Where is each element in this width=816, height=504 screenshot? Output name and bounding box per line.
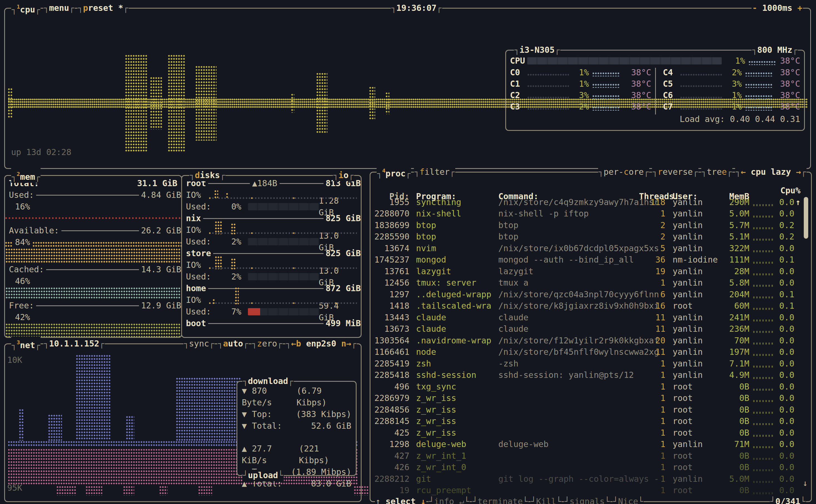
core-usage-graph: [527, 108, 569, 110]
disk-io-label: IO%: [186, 259, 209, 271]
proc-row[interactable]: 2288145z_wr_iss1root0B0.0: [374, 415, 807, 427]
proc-row[interactable]: 2288070nix-shellnix-shell -p iftop1yanli…: [374, 208, 807, 219]
core-usage-graph: [527, 85, 569, 87]
interval-decrease-button[interactable]: -: [752, 3, 757, 13]
scroll-down-icon[interactable]: ↓: [803, 477, 808, 489]
net-next-interface-button[interactable]: n→: [341, 339, 351, 348]
proc-user: yanlin: [665, 369, 724, 381]
proc-row[interactable]: 1955syncthing/nix/store/c4q9zmkzy9awy7h7…: [374, 196, 807, 208]
proc-mem: 0B: [724, 404, 749, 416]
core-usage-graph: [680, 108, 722, 110]
proc-threads: 11: [639, 312, 665, 323]
net-zero-button[interactable]: ┐zero┌: [252, 338, 283, 350]
disk-size: 825 GiB: [326, 248, 361, 259]
disk-used-bar: [248, 273, 319, 280]
proc-pid: 12456: [374, 277, 409, 289]
preset-button[interactable]: ┐preset *┌: [78, 2, 129, 14]
proc-mem: 28M: [724, 266, 749, 277]
proc-threads: 1: [639, 392, 665, 404]
disk-used-label: Used:: [186, 201, 225, 213]
proc-row[interactable]: 12456tmux: servertmux a1yanlin5.8M0.0: [374, 277, 807, 289]
proc-row[interactable]: 1745237mongodmongod --auth --bind_ip_all…: [374, 254, 807, 266]
disk-used-row: Used:2%13.0 GiB: [182, 236, 361, 248]
cpu-wave-spike: [316, 73, 327, 134]
proc-row[interactable]: 1838699btopbtop2yanlin5.7M0.2: [374, 219, 807, 231]
disk-used-label: Used:: [186, 271, 225, 283]
proc-row[interactable]: 1166461node/nix/store/bf45nflf0wylnscwwa…: [374, 346, 807, 358]
mem-entry-label: Used:: [9, 189, 34, 201]
core-row: C01%38°C: [510, 67, 651, 78]
disk-divider-row: boot499 MiB: [182, 318, 361, 329]
proc-cpu: 0.1: [774, 254, 807, 266]
proc-cpu-minigraph: [753, 366, 774, 368]
proc-row[interactable]: 13674nvim/nix/store/ix0b67dcdpl05xpagx5x…: [374, 243, 807, 254]
tree-toggle[interactable]: ┐tree┌: [701, 166, 732, 178]
proc-cpu-minigraph: [753, 389, 774, 391]
proc-command: claude: [492, 323, 639, 335]
info-button[interactable]: ┘info ↵└: [429, 496, 470, 504]
net-upload-cluster: [123, 486, 134, 496]
proc-threads: 1: [639, 404, 665, 416]
disk-io-graph: [209, 259, 357, 271]
proc-row[interactable]: 2285419zsh-zsh1yanlin7.1M0.0: [374, 358, 807, 370]
proc-row[interactable]: 427z_wr_int_11root0B0.0: [374, 450, 807, 462]
proc-row[interactable]: 2286979z_wr_iss1root0B0.0: [374, 392, 807, 404]
interval-increase-button[interactable]: +: [797, 3, 802, 13]
proc-mem: 111M: [724, 254, 749, 266]
proc-pid: 427: [374, 450, 409, 462]
disk-used-percent: 2%: [225, 236, 241, 248]
core-temp: 38°C: [620, 89, 651, 101]
net-auto-button[interactable]: ┐auto┌: [217, 338, 248, 350]
proc-threads: 1: [639, 369, 665, 381]
menu-button[interactable]: ┐menu┌: [43, 2, 74, 14]
proc-program: z_wr_iss: [409, 415, 492, 427]
proc-threads: 20: [639, 335, 665, 346]
mem-entry-percent-row: 84%: [5, 236, 181, 248]
net-download-spike: [76, 355, 111, 441]
mem-entry-percent: 42%: [13, 312, 32, 322]
core-temp-graph: [592, 72, 620, 76]
proc-user: yanlin: [665, 358, 724, 370]
proc-row[interactable]: 1418.tailscaled-wra/nix/store/k8jgiaxrz8…: [374, 300, 807, 312]
proc-row[interactable]: 2285418sshd-sessionsshd-session: yanlin@…: [374, 369, 807, 381]
proc-row[interactable]: 1298deluge-webdeluge-web1yanlin71M0.0: [374, 438, 807, 450]
io-mode-button[interactable]: ┐io┌: [333, 169, 354, 181]
proc-threads: 11: [639, 346, 665, 358]
reverse-toggle[interactable]: ┐reverse┌: [652, 166, 698, 178]
proc-scrollbar-thumb[interactable]: [804, 197, 808, 239]
proc-user: root: [665, 381, 724, 393]
proc-row[interactable]: 425z_wr_iss1root0B0.0: [374, 427, 807, 439]
proc-pid: 2288070: [374, 208, 409, 219]
proc-pid: 2284856: [374, 404, 409, 416]
proc-row[interactable]: 426z_wr_int_01root0B0.0: [374, 461, 807, 473]
kill-button[interactable]: ┘Kill└: [531, 496, 562, 504]
proc-row[interactable]: 496txg_sync1root0B0.0: [374, 381, 807, 393]
signals-button[interactable]: ┘signals└: [564, 496, 610, 504]
proc-row[interactable]: 13673claudeclaude11yanlin236M0.0: [374, 323, 807, 335]
nice-button[interactable]: ┘Nice└: [613, 496, 644, 504]
proc-cpu-minigraph: [753, 458, 774, 460]
select-up-icon[interactable]: ↑: [375, 496, 380, 504]
proc-program: sshd-session: [409, 369, 492, 381]
proc-row[interactable]: 13443claudeclaude11yanlin241M0.0: [374, 312, 807, 323]
cpu-wave-spike: [385, 92, 389, 114]
proc-row[interactable]: 19rcu_preempt1root0B0.0: [374, 485, 807, 496]
proc-user: root: [665, 392, 724, 404]
per-core-toggle[interactable]: ┐per-core┌: [598, 166, 650, 178]
net-prev-interface-button[interactable]: ←b: [291, 339, 301, 348]
terminate-button[interactable]: ┘terminate└: [472, 496, 528, 504]
proc-row[interactable]: 13761lazygitlazygit19yanlin28M0.0: [374, 266, 807, 277]
proc-row[interactable]: 1303564.navidrome-wrap/nix/store/f12w1yi…: [374, 335, 807, 346]
select-down-icon[interactable]: ↓: [421, 496, 426, 504]
proc-row[interactable]: 2288212gitgit log --graph --color=always…: [374, 473, 807, 485]
cpu-box-hotkey: 1: [17, 3, 20, 10]
proc-mem: 0B: [724, 450, 749, 462]
proc-row[interactable]: 2284856z_wr_iss1root0B0.0: [374, 404, 807, 416]
net-sync-button[interactable]: ┐sync┌: [183, 338, 215, 350]
filter-button[interactable]: ┐filter┌: [414, 166, 455, 178]
proc-program: zsh: [409, 358, 492, 370]
proc-row[interactable]: 1297..deluged-wrapp/nix/store/qzc04a3npl…: [374, 289, 807, 300]
proc-row[interactable]: 2285590btopbtop2yanlin5.1M0.2: [374, 231, 807, 243]
sort-next-button[interactable]: →: [796, 167, 801, 177]
sort-prev-button[interactable]: ←: [741, 167, 746, 177]
